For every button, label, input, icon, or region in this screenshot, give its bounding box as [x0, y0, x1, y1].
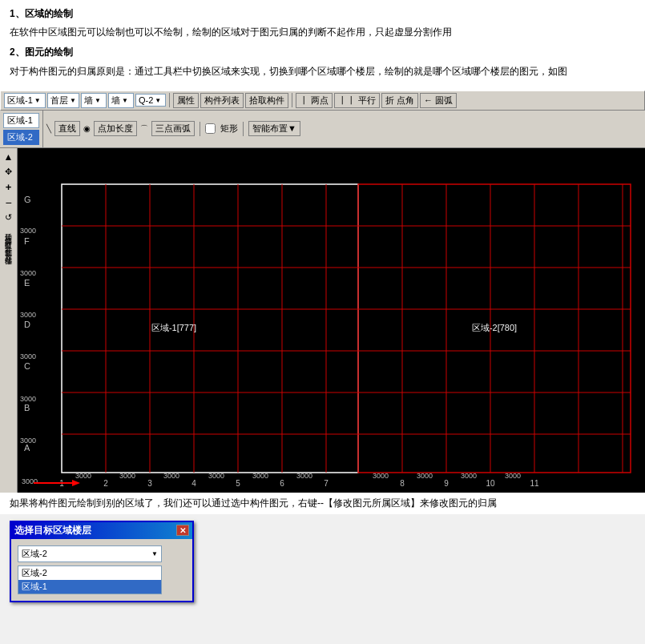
addlen-icon: ◉ — [83, 124, 91, 133]
straight-btn[interactable]: 直线 — [54, 121, 80, 136]
tool-pan[interactable]: ✥ — [1, 165, 17, 179]
floor-value: 首层 — [50, 95, 68, 107]
angle-btn[interactable]: 折 点角 — [381, 93, 418, 108]
svg-text:10: 10 — [486, 479, 495, 488]
qnum-value: Q-2 — [139, 95, 153, 105]
qnum-dropdown[interactable]: Q-2 ▼ — [135, 94, 166, 107]
svg-text:3: 3 — [147, 479, 152, 488]
wall-dropdown1[interactable]: 墙 ▼ — [81, 93, 107, 108]
svg-text:3000: 3000 — [417, 472, 433, 480]
straight-icon: ╲ — [46, 124, 51, 133]
svg-text:3000: 3000 — [505, 472, 521, 480]
arc3-btn[interactable]: 三点画弧 — [151, 121, 195, 136]
region-item-1[interactable]: 区域-1 — [3, 113, 39, 128]
left-tools: ▲ ✥ + − ↺ 延伸 修剪 打断 合并 复制 对齐 偏移 — [0, 148, 18, 493]
svg-text:3000: 3000 — [208, 472, 224, 480]
svg-text:5: 5 — [236, 479, 240, 488]
wall2-arrow: ▼ — [122, 97, 128, 104]
svg-text:3000: 3000 — [22, 477, 38, 485]
svg-text:E: E — [24, 278, 30, 288]
addlen-btn[interactable]: 点加长度 — [94, 121, 137, 136]
svg-text:3000: 3000 — [20, 269, 36, 277]
section1-para1: 在软件中区域图元可以绘制也可以不绘制，绘制的区域对于图元归属的判断不起作用，只起… — [10, 25, 635, 40]
tool-align[interactable]: 对齐 — [3, 246, 14, 249]
wall1-arrow: ▼ — [95, 97, 101, 104]
tool-trim[interactable]: 修剪 — [3, 230, 14, 233]
svg-text:3000: 3000 — [252, 472, 268, 480]
dialog-container: 选择目标区域楼层 ✕ 区域-2 ▼ 区域-2 区域-1 — [0, 514, 645, 609]
svg-text:F: F — [24, 236, 30, 246]
svg-text:3000: 3000 — [461, 472, 477, 480]
floor-dropdown[interactable]: 首层 ▼ — [47, 93, 79, 108]
svg-text:3000: 3000 — [20, 395, 36, 403]
region-dropdown-value: 区域-1 — [7, 95, 33, 107]
sep3 — [200, 122, 200, 136]
list-btn[interactable]: 构件列表 — [200, 93, 244, 108]
section1-title: 1、区域的绘制 — [10, 6, 635, 22]
parallel-btn[interactable]: 丨丨 平行 — [334, 93, 380, 108]
tool-select[interactable]: ▲ — [1, 150, 17, 164]
svg-text:9: 9 — [444, 479, 449, 488]
svg-text:B: B — [24, 403, 30, 413]
svg-text:区域-1[777]: 区域-1[777] — [151, 323, 196, 332]
svg-text:G: G — [24, 195, 31, 204]
wall2-value: 墙 — [111, 95, 120, 107]
tool-extend[interactable]: 延伸 — [3, 226, 14, 229]
region-list: 区域-1 区域-2 — [0, 111, 43, 147]
select-dialog: 选择目标区域楼层 ✕ 区域-2 ▼ 区域-2 区域-1 — [10, 521, 194, 602]
tool-copy[interactable]: 复制 — [3, 242, 14, 245]
svg-text:3000: 3000 — [20, 437, 36, 445]
two-pt-btn[interactable]: 丨 两点 — [296, 93, 333, 108]
content-area: 1、区域的绘制 在软件中区域图元可以绘制也可以不绘制，绘制的区域对于图元归属的判… — [0, 0, 645, 91]
toolbar1: 区域-1 ▼ 首层 ▼ 墙 ▼ 墙 ▼ Q-2 ▼ 属性 构件列表 拾取构件 丨… — [0, 91, 645, 111]
svg-text:2: 2 — [103, 479, 108, 488]
svg-text:3000: 3000 — [20, 311, 36, 319]
attr-btn[interactable]: 属性 — [173, 93, 199, 108]
arc-btn[interactable]: ← 圆弧 — [420, 93, 457, 108]
region-item-2[interactable]: 区域-2 — [3, 130, 39, 145]
dialog-close-btn[interactable]: ✕ — [176, 525, 189, 536]
dialog-dropdown-value: 区域-2 — [22, 548, 47, 560]
region-dropdown-arrow: ▼ — [34, 97, 41, 104]
wall-dropdown2[interactable]: 墙 ▼ — [108, 93, 134, 108]
toolbar-row1: 区域-1 ▼ 首层 ▼ 墙 ▼ 墙 ▼ Q-2 ▼ 属性 构件列表 拾取构件 丨… — [4, 93, 641, 108]
svg-text:3000: 3000 — [163, 472, 179, 480]
tool-offset[interactable]: 偏移 — [3, 250, 14, 253]
tool-zoom-out[interactable]: − — [1, 195, 17, 210]
svg-text:11: 11 — [530, 479, 539, 488]
svg-text:7: 7 — [324, 479, 329, 488]
sep4 — [243, 122, 244, 136]
tool-zoom-in[interactable]: + — [1, 180, 17, 195]
rect-checkbox[interactable] — [205, 123, 216, 134]
toolbar-row2-container: 区域-1 区域-2 ╲ 直线 ◉ 点加长度 ⌒ 三点画弧 矩形 智能布置▼ — [0, 111, 645, 148]
dialog-dropdown-arrow: ▼ — [151, 550, 158, 557]
arc3-icon: ⌒ — [140, 123, 148, 135]
cad-canvas-wrapper: G F E D C B A 3000 3000 3000 3000 3000 3… — [18, 148, 645, 493]
dialog-listbox[interactable]: 区域-2 区域-1 — [18, 566, 162, 594]
svg-text:3000: 3000 — [119, 472, 135, 480]
cad-svg: G F E D C B A 3000 3000 3000 3000 3000 3… — [18, 148, 645, 493]
floor-arrow: ▼ — [70, 97, 76, 104]
wall1-value: 墙 — [84, 95, 93, 107]
pick-btn[interactable]: 拾取构件 — [245, 93, 288, 108]
qnum-arrow: ▼ — [155, 97, 161, 104]
dialog-list-item-r1[interactable]: 区域-1 — [18, 580, 161, 594]
region-dropdown[interactable]: 区域-1 ▼ — [4, 93, 46, 108]
svg-text:3000: 3000 — [20, 227, 36, 235]
dialog-title: 选择目标区域楼层 — [14, 524, 91, 537]
tool-rotate[interactable]: ↺ — [1, 211, 17, 225]
svg-text:3000: 3000 — [373, 472, 389, 480]
svg-text:4: 4 — [191, 479, 196, 488]
svg-text:6: 6 — [280, 479, 284, 488]
dialog-titlebar: 选择目标区域楼层 ✕ — [11, 522, 192, 539]
rect-label: 矩形 — [220, 123, 238, 135]
dialog-list-item-r2[interactable]: 区域-2 — [18, 566, 161, 580]
tool-merge[interactable]: 合并 — [3, 238, 14, 241]
svg-text:3000: 3000 — [296, 472, 312, 480]
svg-text:区域-2[780]: 区域-2[780] — [472, 323, 517, 332]
dialog-region-dropdown[interactable]: 区域-2 ▼ — [18, 545, 162, 562]
tool-break[interactable]: 打断 — [3, 234, 14, 237]
smart-btn[interactable]: 智能布置▼ — [248, 121, 300, 136]
sep2 — [292, 93, 292, 107]
section2-title: 2、图元的绘制 — [10, 45, 635, 60]
